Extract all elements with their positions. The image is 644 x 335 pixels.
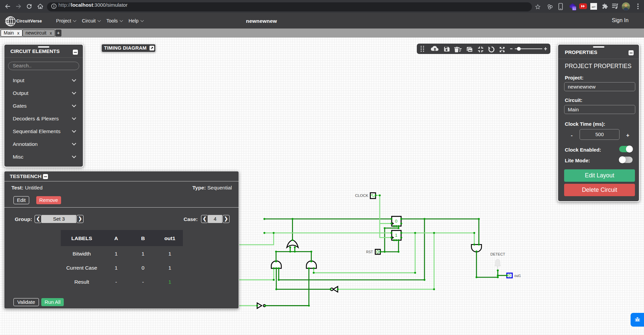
svg-text:0: 0 [376,249,379,255]
svg-text:0: 0 [508,273,511,278]
svg-text:DETECT: DETECT [490,252,505,256]
svg-text:CLOCK: CLOCK [355,193,368,198]
svg-text:1: 1 [395,233,397,238]
svg-text:ad+: ad+ [592,6,596,8]
svg-text:11: 11 [573,7,576,10]
svg-text:out1: out1 [514,274,521,278]
svg-text:RST: RST [366,250,373,254]
svg-text:0: 0 [395,219,397,224]
